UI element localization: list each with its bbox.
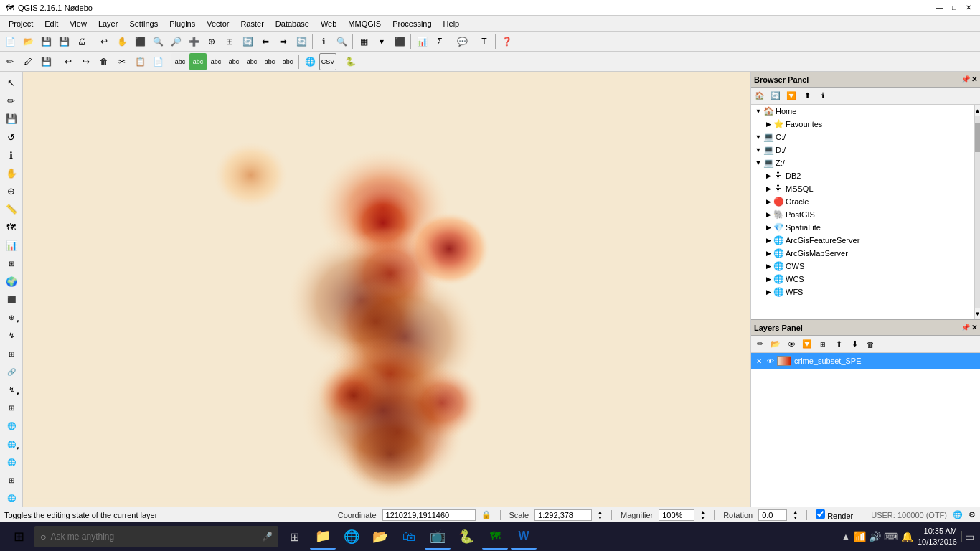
scale-down[interactable]: ▼ — [598, 515, 603, 521]
minimize-button[interactable]: — — [934, 3, 946, 13]
pan-tool-button[interactable]: ✋ — [113, 33, 131, 50]
select-button[interactable]: ▦ — [355, 33, 372, 50]
label-tool6[interactable]: abc — [279, 53, 296, 70]
menu-item-raster[interactable]: Raster — [235, 18, 269, 29]
rotation-input[interactable] — [758, 509, 787, 521]
edit-back-button[interactable]: ↩ — [60, 53, 77, 70]
open-attribute-table[interactable]: 📊 — [413, 33, 430, 50]
new-button[interactable]: 📄 — [1, 33, 19, 50]
menu-item-edit[interactable]: Edit — [39, 18, 64, 29]
browser-filter[interactable]: 🔽 — [784, 89, 798, 103]
undo-button[interactable]: ↩ — [95, 33, 113, 50]
search-input[interactable] — [50, 532, 258, 542]
notification-icon[interactable]: 🔔 — [901, 531, 913, 542]
pencil-tool[interactable]: ✏ — [2, 93, 21, 109]
mic-icon[interactable]: 🎤 — [262, 532, 273, 542]
volume-icon[interactable]: 🔊 — [869, 531, 881, 542]
layers-visibility[interactable]: 👁 — [784, 337, 798, 352]
identify-features[interactable]: 🔍 — [333, 33, 350, 50]
browser-panel-close[interactable]: ✕ — [971, 75, 977, 83]
layers-add-group[interactable]: 📂 — [768, 337, 783, 352]
qgis-taskbar[interactable]: 🗺 — [482, 524, 508, 550]
magnifier-input[interactable] — [659, 509, 694, 521]
magnifier-spinner[interactable]: ▲ ▼ — [700, 509, 705, 521]
paste-button[interactable]: 📄 — [149, 53, 166, 70]
save-as-button[interactable]: 💾 — [55, 33, 72, 50]
browser-tree-item-1[interactable]: ▶⭐Favourites — [751, 118, 974, 131]
attribute-tool[interactable]: ⊞ — [2, 255, 21, 272]
scroll-down[interactable]: ▼ — [975, 308, 980, 319]
rotation-down[interactable]: ▼ — [793, 515, 798, 521]
browser-tree-item-6[interactable]: ▶🗄MSSQL — [751, 182, 974, 195]
zoom-to-extent[interactable]: 🔄 — [239, 33, 256, 50]
browser-tree[interactable]: ▼🏠Home▶⭐Favourites▼💻C:/▼💻D:/▼💻Z:/▶🗄DB2▶🗄… — [751, 105, 974, 319]
refresh-button[interactable]: 🔄 — [293, 33, 310, 50]
browser-tree-item-9[interactable]: ▶💎SpatiaLite — [751, 221, 974, 234]
layer-visibility-toggle[interactable]: 👁 — [765, 356, 776, 366]
zoom-tool[interactable]: ⊕ — [2, 183, 21, 199]
media-taskbar[interactable]: 📺 — [425, 524, 451, 550]
layers-move-up[interactable]: ⬆ — [831, 337, 846, 352]
open-button[interactable]: 📂 — [19, 33, 37, 50]
select-drop[interactable]: ▾ — [373, 33, 390, 50]
scroll-up[interactable]: ▲ — [975, 105, 980, 116]
keyboard-icon[interactable]: ⌨ — [884, 531, 898, 542]
lt-btn-extra5[interactable]: 🔗 — [2, 364, 21, 380]
task-view-button[interactable]: ⊞ — [281, 524, 307, 550]
pan-map-tool[interactable]: ✋ — [2, 165, 21, 182]
zoom-in-button[interactable]: 🔍 — [149, 33, 166, 50]
layers-remove[interactable]: 🗑 — [863, 337, 877, 352]
browser-refresh[interactable]: 🔄 — [768, 89, 783, 103]
python-taskbar[interactable]: 🐍 — [453, 524, 479, 550]
lt-btn-extra3[interactable]: ↯ — [2, 327, 21, 344]
rotation-spinner[interactable]: ▲ ▼ — [793, 509, 798, 521]
copy-button[interactable]: 📋 — [131, 53, 149, 70]
menu-item-project[interactable]: Project — [3, 18, 39, 29]
browser-tree-item-14[interactable]: ▶🌐WFS — [751, 286, 974, 298]
word-taskbar[interactable]: W — [511, 524, 537, 550]
browser-tree-item-5[interactable]: ▶🗄DB2 — [751, 169, 974, 182]
menu-item-database[interactable]: Database — [270, 18, 315, 29]
save-button[interactable]: 💾 — [37, 33, 55, 50]
deselect-button[interactable]: ⬛ — [391, 33, 408, 50]
menu-item-vector[interactable]: Vector — [201, 18, 235, 29]
scale-input[interactable] — [534, 509, 592, 521]
lt-btn-extra2[interactable]: ⊕ ▾ — [2, 309, 21, 326]
browser-tree-item-12[interactable]: ▶🌐OWS — [751, 260, 974, 273]
lt-btn-extra6[interactable]: ↯ ▾ — [2, 382, 21, 398]
label-tool5[interactable]: abc — [261, 53, 278, 70]
edit-fwd-button[interactable]: ↪ — [77, 53, 95, 70]
map-canvas[interactable] — [23, 72, 750, 507]
measure-tool[interactable]: 📏 — [2, 201, 21, 217]
edit-pencil-button[interactable]: 🖊 — [19, 53, 37, 70]
zoom-out-button[interactable]: 🔎 — [167, 33, 184, 50]
browser-home[interactable]: 🏠 — [753, 89, 767, 103]
scale-up[interactable]: ▲ — [598, 509, 603, 515]
layers-filter[interactable]: 🔽 — [800, 337, 814, 352]
maximize-button[interactable]: □ — [948, 3, 960, 13]
menu-item-plugins[interactable]: Plugins — [164, 18, 201, 29]
label-active-button[interactable]: abc — [189, 53, 207, 70]
menu-item-help[interactable]: Help — [438, 18, 466, 29]
lt-btn-extra1[interactable]: ⬛ — [2, 291, 21, 308]
identify-button[interactable]: ℹ — [315, 33, 332, 50]
lt-btn-extra10[interactable]: 🌐 — [2, 454, 21, 471]
layers-edit-btn[interactable]: ✏ — [753, 337, 767, 352]
zoom-to-selection[interactable]: ⊕ — [203, 33, 220, 50]
browser-scrollbar[interactable]: ▲ ▼ — [974, 105, 980, 319]
rotation-up[interactable]: ▲ — [793, 509, 798, 515]
file-explorer-taskbar[interactable]: 📁 — [310, 524, 336, 550]
system-clock[interactable]: 10:35 AM 10/13/2016 — [918, 526, 957, 548]
menu-item-web[interactable]: Web — [315, 18, 342, 29]
statistics-button[interactable]: Σ — [431, 33, 448, 50]
csv-button[interactable]: CSV — [319, 53, 336, 70]
layers-panel-close[interactable]: ✕ — [971, 324, 977, 331]
lt-btn-extra8[interactable]: 🌐 — [2, 418, 21, 434]
network-icon[interactable]: 📶 — [854, 531, 866, 542]
browser-panel-pin[interactable]: 📌 — [961, 75, 970, 83]
zoom-rubber-band[interactable]: ➕ — [185, 33, 202, 50]
folder-taskbar[interactable]: 📂 — [367, 524, 393, 550]
show-desktop-btn[interactable]: ▭ — [961, 531, 974, 542]
browser-tree-item-11[interactable]: ▶🌐ArcGisMapServer — [751, 247, 974, 260]
browser-tree-item-3[interactable]: ▼💻D:/ — [751, 143, 974, 156]
